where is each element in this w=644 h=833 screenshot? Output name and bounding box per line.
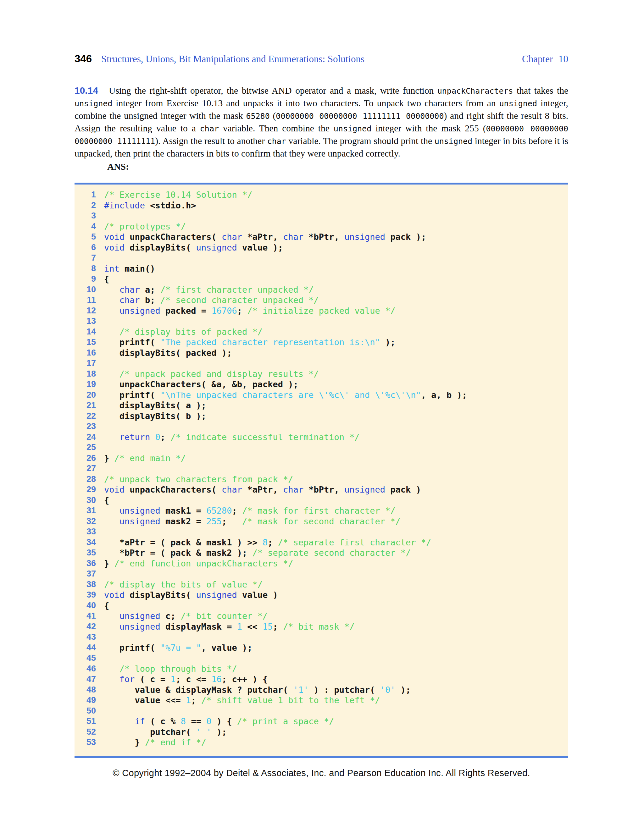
code-token-pl: ( c %	[145, 716, 181, 726]
code-token-kw: for	[119, 674, 135, 684]
inline-code: char	[200, 124, 219, 133]
code-line: 6void displayBits( unsigned value );	[74, 242, 568, 253]
line-number: 45	[74, 653, 96, 664]
code-text: void displayBits( unsigned value )	[104, 590, 278, 600]
line-number: 29	[74, 484, 96, 495]
code-token-cm: /* mask for first character */	[242, 506, 396, 516]
code-text: void unpackCharacters( char *aPtr, char …	[104, 232, 426, 242]
code-line: 50	[74, 706, 568, 716]
line-number: 53	[74, 737, 96, 748]
code-token-pl: *aPtr,	[242, 232, 283, 242]
body-text: that takes the	[513, 85, 568, 96]
code-line: 53 } /* end if */	[74, 737, 568, 748]
page-footer-copyright: © Copyright 1992–2004 by Deitel & Associ…	[74, 768, 568, 778]
code-token-kw: char	[283, 485, 303, 494]
code-line: 21 displayBits( a );	[74, 400, 568, 411]
code-line: 24 return 0; /* indicate successful term…	[74, 432, 568, 442]
line-number: 1	[74, 190, 96, 200]
code-token-pl: b;	[140, 295, 160, 305]
code-token-pl: }	[104, 453, 114, 463]
line-number: 20	[74, 390, 96, 400]
code-token-kw: unsigned	[119, 622, 160, 632]
code-text: char a; /* first character unpacked */	[104, 285, 314, 295]
code-line: 28/* unpack two characters from pack */	[74, 474, 568, 485]
code-token-kw: void	[104, 485, 124, 494]
inline-code: char	[267, 137, 286, 146]
code-text: unsigned c; /* bit counter */	[104, 611, 267, 621]
inline-code: 65280	[246, 112, 269, 121]
code-token-cm: /* unpack packed and display results */	[119, 369, 319, 379]
code-token-li: 16	[211, 674, 222, 684]
code-token-pl	[104, 306, 119, 315]
code-token-pl: unpackCharacters(	[124, 232, 222, 242]
code-text: unsigned mask2 = 255; /* mask for second…	[104, 516, 401, 527]
code-token-pl: ;	[160, 432, 171, 442]
line-number: 32	[74, 516, 96, 527]
line-number: 23	[74, 421, 96, 432]
code-token-kw: char	[222, 485, 242, 494]
code-token-st: '1'	[293, 685, 309, 695]
code-token-pl: c;	[160, 611, 181, 621]
code-text: /* loop through bits */	[104, 664, 237, 674]
line-number: 44	[74, 643, 96, 653]
code-line: 10 char a; /* first character unpacked *…	[74, 285, 568, 295]
code-token-pl: pack );	[385, 232, 426, 242]
code-line: 34 *aPtr = ( pack & mask1 ) >> 8; /* sep…	[74, 537, 568, 548]
code-line: 26} /* end main */	[74, 453, 568, 464]
code-token-kw: char	[119, 295, 140, 305]
code-token-pl: a;	[140, 285, 160, 294]
code-text: void displayBits( unsigned value );	[104, 242, 283, 253]
code-token-kw: unsigned	[119, 611, 160, 621]
code-token-pl: );	[396, 685, 411, 695]
code-token-pl	[104, 622, 119, 632]
line-number: 6	[74, 242, 96, 253]
code-line: 23	[74, 421, 568, 432]
code-listing: 1/* Exercise 10.14 Solution */2#include …	[74, 183, 568, 758]
running-header: 346 Structures, Unions, Bit Manipulation…	[74, 53, 568, 65]
code-token-pl	[104, 432, 119, 442]
code-token-pl: displayBits( b );	[104, 411, 206, 421]
code-token-pl: {	[104, 274, 109, 284]
code-line: 22 displayBits( b );	[74, 411, 568, 421]
code-token-pl: main()	[119, 264, 155, 273]
code-line: 37	[74, 569, 568, 579]
code-text: } /* end if */	[104, 737, 206, 748]
code-line: 41 unsigned c; /* bit counter */	[74, 611, 568, 621]
code-token-kw: return	[119, 432, 150, 442]
code-token-pl	[150, 432, 155, 442]
code-text: unsigned packed = 16706; /* initialize p…	[104, 306, 396, 316]
code-token-cm: /* shift value 1 bit to the left */	[201, 695, 380, 705]
code-line: 16 displayBits( packed );	[74, 348, 568, 359]
code-text: displayBits( packed );	[104, 348, 232, 359]
exercise-number: 10.14	[74, 85, 98, 96]
line-number: 24	[74, 432, 96, 442]
code-text: putchar( ' ' );	[104, 727, 227, 737]
code-line: 43	[74, 632, 568, 643]
code-token-cm: /* bit counter */	[181, 611, 267, 621]
code-token-pl: packed =	[160, 306, 212, 315]
code-token-li: 8	[181, 716, 186, 726]
code-token-pl: putchar(	[104, 727, 196, 737]
code-token-kw: #include	[104, 201, 145, 210]
code-token-cm: /* separate second character */	[252, 548, 411, 558]
code-token-pl	[104, 516, 119, 526]
line-number: 36	[74, 558, 96, 569]
code-token-pl: *bPtr,	[303, 485, 345, 494]
body-text: ). Assign the result to another	[155, 136, 267, 146]
code-token-pl: displayBits(	[124, 243, 196, 252]
line-number: 33	[74, 526, 96, 537]
code-token-pl: );	[380, 337, 396, 347]
code-line: 33	[74, 526, 568, 537]
code-line: 29void unpackCharacters( char *aPtr, cha…	[74, 484, 568, 495]
code-text: unpackCharacters( &a, &b, packed );	[104, 379, 298, 390]
code-token-cm: /* separate first character */	[278, 537, 431, 547]
code-token-pl: <<	[242, 622, 262, 632]
code-token-kw: void	[104, 590, 124, 600]
code-token-pl: mask1 =	[160, 506, 206, 516]
body-text: integer from Exercise 10.13 and unpacks …	[112, 98, 499, 108]
code-line: 13	[74, 316, 568, 326]
line-number: 15	[74, 337, 96, 348]
line-number: 39	[74, 590, 96, 600]
code-token-pl: ( c =	[135, 674, 171, 684]
exercise-body-text: Using the right-shift operator, the bitw…	[74, 85, 568, 158]
